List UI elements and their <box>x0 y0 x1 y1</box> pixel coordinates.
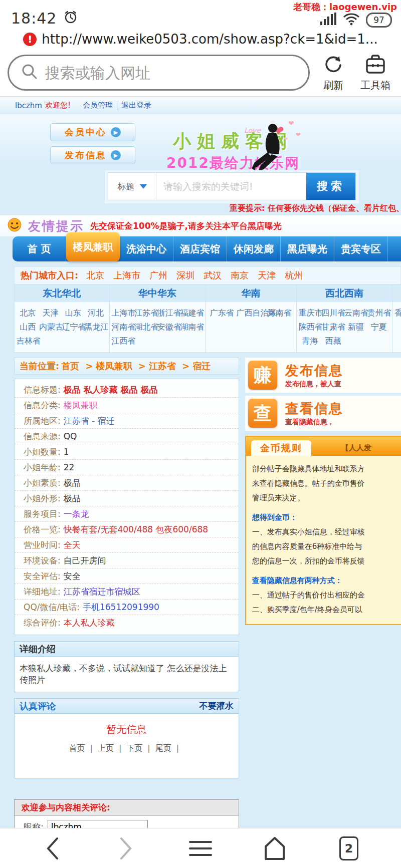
post-info-promo[interactable]: 赚 发布信息 发布信息，被人查 <box>245 358 401 393</box>
province-link[interactable]: 北京 <box>17 306 39 320</box>
city-link[interactable]: 杭州 <box>285 269 303 281</box>
welcome-text: 欢迎您! <box>45 101 71 110</box>
breadcrumb-link[interactable]: 首页 <box>61 360 96 372</box>
refresh-button[interactable]: 刷新 <box>315 54 352 92</box>
province-link[interactable]: 湖南省 <box>180 320 203 334</box>
province-link[interactable]: 内蒙古 <box>39 320 62 334</box>
member-center-button[interactable]: 会员中心 ▶ <box>50 123 135 141</box>
pagination-link[interactable]: 尾页 <box>155 743 184 754</box>
forward-button[interactable] <box>109 833 144 863</box>
main-column: 当前位置: 首页楼凤兼职江苏省宿迁 信息标题:极品 私人珍藏 极品 极品信息分类… <box>14 358 239 868</box>
city-link[interactable]: 深圳 <box>176 269 194 281</box>
pagination-link[interactable]: 上页 <box>98 743 126 754</box>
toolbox-button[interactable]: 工具箱 <box>357 54 394 92</box>
model-photo <box>250 123 290 170</box>
search-category-dropdown[interactable]: 标题 <box>108 173 156 200</box>
tabs-button[interactable]: 2 <box>331 833 366 863</box>
info-value[interactable]: 楼凤兼职 <box>64 400 98 410</box>
info-row: 综合评价:本人私人珍藏 <box>15 615 239 631</box>
city-link[interactable]: 广州 <box>149 269 167 281</box>
friendly-tip-label: 友情提示 <box>28 218 84 234</box>
province-link[interactable]: 福建省 <box>180 306 203 320</box>
breadcrumb-link[interactable]: 宿迁 <box>192 360 211 372</box>
info-row: 小姐素质:极品 <box>15 475 239 491</box>
province-link[interactable]: 重庆市 <box>299 306 322 320</box>
url-bar[interactable]: ! http://www.weike0503.com/show.asp?ck=1… <box>0 29 401 49</box>
province-link[interactable]: 浙江省 <box>157 306 180 320</box>
province-link[interactable]: 江苏省 <box>134 306 157 320</box>
province-link[interactable]: 黑龙江 <box>84 320 107 334</box>
nav-tab[interactable]: 首 页 <box>13 236 66 261</box>
breadcrumb-link[interactable]: 江苏省 <box>149 360 192 372</box>
nav-tab[interactable]: 休闲发廊 <box>227 236 281 261</box>
province-link[interactable]: 上海市 <box>112 306 135 320</box>
nav-tab[interactable]: 楼凤兼职 <box>66 232 120 261</box>
province-link[interactable]: 吉林省 <box>17 334 39 348</box>
city-link[interactable]: 上海市 <box>113 269 140 281</box>
rules-line: 部分帖子会隐藏具体地址和联系方 <box>252 462 401 476</box>
pagination-link[interactable]: 首页 <box>69 743 98 754</box>
pagination-link[interactable]: 下页 <box>126 743 155 754</box>
menu-button[interactable] <box>183 833 218 863</box>
breadcrumb-link[interactable]: 楼凤兼职 <box>96 360 149 372</box>
nav-tab[interactable]: 酒店宾馆 <box>173 236 227 261</box>
hot-cities-bar: 热门城市入口: 北京上海市广州深圳武汉南京天津杭州 <box>14 266 401 284</box>
province-link[interactable]: 河北 <box>84 306 107 320</box>
province-link[interactable]: 海南省 <box>265 306 294 320</box>
info-value[interactable]: 江苏省宿迁市宿城区 <box>64 587 140 597</box>
province-link[interactable]: 新疆 <box>344 320 367 334</box>
info-value[interactable]: 江苏省 - 宿迁 <box>64 416 115 426</box>
info-label: 服务项目: <box>24 509 61 519</box>
account-link[interactable]: 退出登录 <box>117 101 155 110</box>
browser-search-box[interactable] <box>8 55 310 91</box>
province-link[interactable]: 山西 <box>17 320 39 334</box>
province-link[interactable]: 四川省 <box>321 306 344 320</box>
city-link[interactable]: 北京 <box>86 269 104 281</box>
info-row: 小姐年龄:22 <box>15 460 239 475</box>
city-link[interactable]: 武汉 <box>204 269 222 281</box>
province-link[interactable]: 香港 <box>394 306 401 320</box>
info-value[interactable]: 一条龙 <box>64 509 89 519</box>
site-search-input[interactable] <box>156 173 306 200</box>
province-link[interactable]: 云南省 <box>344 306 367 320</box>
province-link[interactable]: 江西省 <box>112 334 135 348</box>
info-row: 服务项目:一条龙 <box>15 506 239 522</box>
nav-tab[interactable]: 洗浴中心 <box>120 236 173 261</box>
province-link[interactable]: 甘肃省 <box>321 320 344 334</box>
province-link[interactable]: 贵州省 <box>367 306 390 320</box>
city-link[interactable]: 天津 <box>258 269 276 281</box>
province-link[interactable]: 湖北省 <box>134 320 157 334</box>
province-link[interactable]: 宁夏 <box>367 320 390 334</box>
province-link[interactable]: 陕西省 <box>299 320 322 334</box>
province-link[interactable]: 河南省 <box>112 320 135 334</box>
post-info-label: 发布信息 <box>65 149 107 161</box>
site-search-button[interactable]: 搜索 <box>306 173 355 200</box>
province-link[interactable]: 青海 <box>299 334 322 348</box>
province-link[interactable]: 广西自治区 <box>237 306 265 320</box>
info-row: 信息分类:楼凤兼职 <box>15 398 239 413</box>
back-button[interactable] <box>35 833 70 863</box>
clock-time: 18:42 <box>11 10 57 27</box>
city-link[interactable]: 南京 <box>231 269 249 281</box>
comment-form-header: 欢迎参与内容相关评论: <box>15 800 239 816</box>
province-link[interactable]: 广东省 <box>208 306 236 320</box>
nav-tab[interactable]: 黑店曝光 <box>281 236 334 261</box>
browser-search-input[interactable] <box>45 64 296 82</box>
signal-icon <box>320 13 337 28</box>
view-info-promo[interactable]: 查 查看信息 查看隐藏信息， <box>245 396 401 431</box>
important-notice: 重要提示: 任何要你先交钱（保证金、看片红包、车路费等各种理由）的一律都 <box>0 203 401 213</box>
post-info-button[interactable]: 发布信息 ▶ <box>50 146 135 164</box>
province-link[interactable]: 天津 <box>39 306 62 320</box>
province-link[interactable]: 西藏 <box>321 334 344 348</box>
info-label: 环境设备: <box>24 555 61 565</box>
account-link[interactable]: 会员管理 <box>79 101 117 110</box>
info-value[interactable]: 手机16512091990 <box>83 602 159 612</box>
province-link[interactable]: 安徽省 <box>157 320 180 334</box>
comments-panel-header: 认真评论 不要灌水 <box>15 699 239 714</box>
province-link[interactable]: 辽宁省 <box>62 320 84 334</box>
nav-tab[interactable]: 贵宾专区 <box>334 236 388 261</box>
info-label: 营业时间: <box>24 540 61 550</box>
info-row: 小姐数量:1 <box>15 444 239 460</box>
province-link[interactable]: 山东 <box>62 306 84 320</box>
home-button[interactable] <box>257 833 292 863</box>
